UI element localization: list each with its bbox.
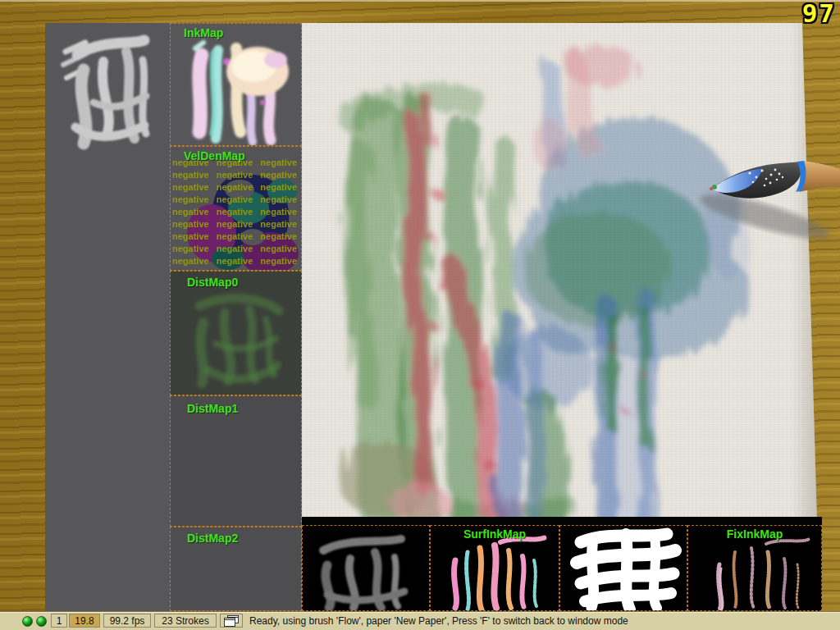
status-timing-value: 19.8 xyxy=(69,614,100,628)
status-counter: 1 xyxy=(51,614,67,628)
watercolor-painting xyxy=(302,23,817,525)
window-mode-icon xyxy=(220,614,243,628)
distmap0-panel: DistMap0 xyxy=(170,271,302,395)
veldenmap-negative-text: negative negative negative negative nega… xyxy=(171,157,301,271)
status-led-icon xyxy=(22,616,33,627)
inkmap-label: InkMap xyxy=(184,26,223,39)
fps-digits-overlay: 97 xyxy=(802,0,836,28)
wetmask-thumbnail xyxy=(559,525,687,611)
distmap2-label: DistMap2 xyxy=(187,532,238,545)
status-led-icon xyxy=(36,616,47,627)
status-stroke-count: 23 Strokes xyxy=(154,614,217,628)
distmap0-label: DistMap0 xyxy=(187,276,238,289)
status-fps: 99.2 fps xyxy=(103,614,151,628)
veldenmap-label: VelDenMap xyxy=(184,149,245,162)
distmap1-label: DistMap1 xyxy=(187,402,238,415)
paintbrush-cursor xyxy=(692,153,840,244)
paint-app-screen: 97 InkMap xyxy=(0,0,840,630)
distmap0-thumbnail xyxy=(171,272,301,395)
distmap2-panel: DistMap2 xyxy=(170,527,302,611)
inkmap-panel: InkMap xyxy=(170,23,302,146)
veldenmap-panel: VelDenMap negative negative negative neg… xyxy=(170,146,302,271)
surfinkmap-panel: SurfInkMap xyxy=(430,525,559,611)
surfinkmap-label: SurfInkMap xyxy=(431,527,559,541)
distmap1-panel: DistMap1 xyxy=(170,395,302,527)
fixinkmap-panel: FixInkMap xyxy=(687,525,822,611)
stroke-mask-thumbnail xyxy=(57,27,162,158)
painting-canvas[interactable] xyxy=(302,23,817,521)
depth-mask-thumbnail xyxy=(302,525,430,611)
fixinkmap-label: FixInkMap xyxy=(688,527,821,541)
inkmap-thumbnail xyxy=(171,24,301,145)
status-message: Ready, using brush 'Flow', paper 'New Pa… xyxy=(249,615,628,627)
